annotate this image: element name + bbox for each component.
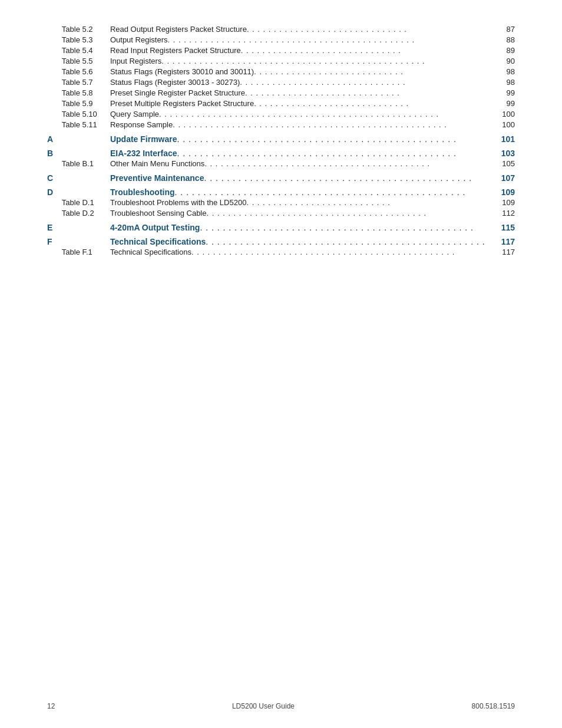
- section-label-empty: [47, 108, 62, 119]
- table-title-5-6: Status Flags (Registers 30010 and 30011)…: [110, 66, 485, 77]
- section-label-empty: [47, 77, 62, 87]
- section-label-e: E: [47, 218, 62, 232]
- section-label-empty: [47, 55, 62, 66]
- table-id-5-5: Table 5.5: [62, 55, 110, 66]
- toc-row-5-4: Table 5.4 Read Input Registers Packet St…: [47, 45, 515, 55]
- toc-row-5-3: Table 5.3 Output Registers. . . . . . . …: [47, 34, 515, 45]
- section-id-e-empty: [62, 218, 110, 232]
- section-label-empty: [47, 246, 62, 257]
- section-page-d: 109: [485, 183, 515, 197]
- footer: 12 LD5200 User Guide 800.518.1519: [47, 702, 515, 710]
- table-title-5-11: Response Sample. . . . . . . . . . . . .…: [110, 119, 485, 130]
- section-page-f: 117: [485, 232, 515, 246]
- toc-section-f: F Technical Specifications. . . . . . . …: [47, 232, 515, 246]
- table-title-5-7: Status Flags (Register 30013 - 30273). .…: [110, 77, 485, 87]
- section-label-empty: [47, 34, 62, 45]
- section-title-d: Troubleshooting. . . . . . . . . . . . .…: [110, 183, 485, 197]
- table-id-5-7: Table 5.7: [62, 77, 110, 87]
- table-page-5-3: 88: [485, 34, 515, 45]
- table-page-f1: 117: [485, 246, 515, 257]
- table-id-b1: Table B.1: [62, 158, 110, 169]
- section-page-a: 101: [485, 130, 515, 144]
- toc-table: Table 5.2 Read Output Registers Packet S…: [47, 24, 515, 257]
- toc-section-e: E 4-20mA Output Testing. . . . . . . . .…: [47, 218, 515, 232]
- table-title-5-9: Preset Multiple Registers Packet Structu…: [110, 98, 485, 108]
- table-id-5-4: Table 5.4: [62, 45, 110, 55]
- table-id-5-9: Table 5.9: [62, 98, 110, 108]
- table-id-5-2: Table 5.2: [62, 24, 110, 34]
- table-title-b1: Other Main Menu Functions. . . . . . . .…: [110, 158, 485, 169]
- table-id-f1: Table F.1: [62, 246, 110, 257]
- section-label-d: D: [47, 183, 62, 197]
- section-label-empty: [47, 197, 62, 207]
- toc-row-5-7: Table 5.7 Status Flags (Register 30013 -…: [47, 77, 515, 87]
- toc-row-b1: Table B.1 Other Main Menu Functions. . .…: [47, 158, 515, 169]
- section-id-a-empty: [62, 130, 110, 144]
- section-page-c: 107: [485, 169, 515, 183]
- section-label-empty: [47, 207, 62, 218]
- toc-row-5-11: Table 5.11 Response Sample. . . . . . . …: [47, 119, 515, 130]
- table-title-d1: Troubleshoot Problems with the LD5200. .…: [110, 197, 485, 207]
- section-label-empty: [47, 45, 62, 55]
- section-label-empty: [47, 98, 62, 108]
- footer-right-text: 800.518.1519: [472, 702, 515, 710]
- section-id-d-empty: [62, 183, 110, 197]
- table-page-5-8: 99: [485, 87, 515, 98]
- table-id-5-11: Table 5.11: [62, 119, 110, 130]
- footer-center-text: LD5200 User Guide: [55, 702, 471, 710]
- toc-row-d1: Table D.1 Troubleshoot Problems with the…: [47, 197, 515, 207]
- section-id-c-empty: [62, 169, 110, 183]
- section-label-empty: [47, 66, 62, 77]
- section-label-c: C: [47, 169, 62, 183]
- table-page-5-5: 90: [485, 55, 515, 66]
- table-title-f1: Technical Specifications. . . . . . . . …: [110, 246, 485, 257]
- table-title-d2: Troubleshoot Sensing Cable. . . . . . . …: [110, 207, 485, 218]
- table-page-5-9: 99: [485, 98, 515, 108]
- table-page-d2: 112: [485, 207, 515, 218]
- section-title-f: Technical Specifications. . . . . . . . …: [110, 232, 485, 246]
- section-label-empty: [47, 119, 62, 130]
- section-label-b: B: [47, 144, 62, 158]
- section-id-b-empty: [62, 144, 110, 158]
- toc-row-d2: Table D.2 Troubleshoot Sensing Cable. . …: [47, 207, 515, 218]
- page: Table 5.2 Read Output Registers Packet S…: [0, 0, 562, 728]
- section-page-b: 103: [485, 144, 515, 158]
- toc-row-5-6: Table 5.6 Status Flags (Registers 30010 …: [47, 66, 515, 77]
- table-id-5-3: Table 5.3: [62, 34, 110, 45]
- toc-row-5-2: Table 5.2 Read Output Registers Packet S…: [47, 24, 515, 34]
- section-title-e: 4-20mA Output Testing. . . . . . . . . .…: [110, 218, 485, 232]
- table-title-5-8: Preset Single Register Packet Structure.…: [110, 87, 485, 98]
- toc-section-b: B EIA-232 Interface. . . . . . . . . . .…: [47, 144, 515, 158]
- table-title-5-10: Query Sample. . . . . . . . . . . . . . …: [110, 108, 485, 119]
- section-label-f: F: [47, 232, 62, 246]
- section-label-empty: [47, 87, 62, 98]
- table-page-5-7: 98: [485, 77, 515, 87]
- toc-row-5-9: Table 5.9 Preset Multiple Registers Pack…: [47, 98, 515, 108]
- table-id-5-10: Table 5.10: [62, 108, 110, 119]
- table-page-5-10: 100: [485, 108, 515, 119]
- section-label-empty: [47, 24, 62, 34]
- table-title-5-4: Read Input Registers Packet Structure. .…: [110, 45, 485, 55]
- table-page-d1: 109: [485, 197, 515, 207]
- table-page-5-11: 100: [485, 119, 515, 130]
- table-page-b1: 105: [485, 158, 515, 169]
- toc-row-f1: Table F.1 Technical Specifications. . . …: [47, 246, 515, 257]
- toc-section-a: A Update Firmware. . . . . . . . . . . .…: [47, 130, 515, 144]
- table-id-d1: Table D.1: [62, 197, 110, 207]
- footer-page-number: 12: [47, 702, 55, 710]
- table-page-5-4: 89: [485, 45, 515, 55]
- table-title-5-5: Input Registers. . . . . . . . . . . . .…: [110, 55, 485, 66]
- table-id-5-6: Table 5.6: [62, 66, 110, 77]
- toc-row-5-10: Table 5.10 Query Sample. . . . . . . . .…: [47, 108, 515, 119]
- table-id-5-8: Table 5.8: [62, 87, 110, 98]
- section-label-a: A: [47, 130, 62, 144]
- table-title-5-3: Output Registers. . . . . . . . . . . . …: [110, 34, 485, 45]
- section-title-b: EIA-232 Interface. . . . . . . . . . . .…: [110, 144, 485, 158]
- table-id-d2: Table D.2: [62, 207, 110, 218]
- toc-section-d: D Troubleshooting. . . . . . . . . . . .…: [47, 183, 515, 197]
- table-page-5-6: 98: [485, 66, 515, 77]
- toc-section-c: C Preventive Maintenance. . . . . . . . …: [47, 169, 515, 183]
- table-page-5-2: 87: [485, 24, 515, 34]
- toc-row-5-8: Table 5.8 Preset Single Register Packet …: [47, 87, 515, 98]
- section-label-empty: [47, 158, 62, 169]
